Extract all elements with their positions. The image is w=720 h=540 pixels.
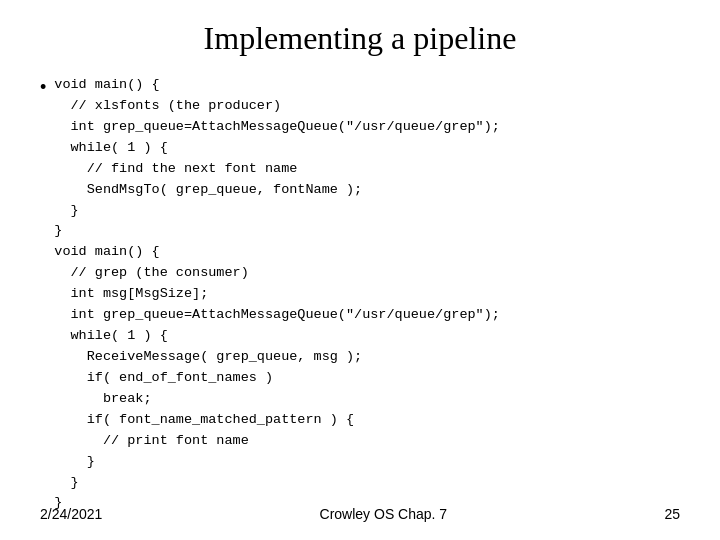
slide-title: Implementing a pipeline — [40, 20, 680, 57]
code-block: void main() { // xlsfonts (the producer)… — [54, 75, 500, 514]
content-area: • void main() { // xlsfonts (the produce… — [40, 75, 680, 514]
footer: 2/24/2021 Crowley OS Chap. 7 25 — [0, 506, 720, 522]
footer-date: 2/24/2021 — [40, 506, 102, 522]
footer-center: Crowley OS Chap. 7 — [320, 506, 448, 522]
bullet-point: • — [40, 77, 46, 98]
footer-page: 25 — [664, 506, 680, 522]
slide: Implementing a pipeline • void main() { … — [0, 0, 720, 540]
